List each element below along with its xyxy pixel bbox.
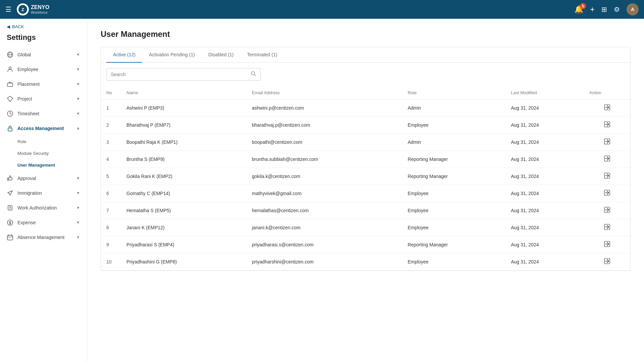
svg-rect-12 bbox=[7, 178, 9, 180]
user-avatar[interactable]: A bbox=[627, 3, 639, 15]
settings-icon[interactable]: ⚙ bbox=[614, 5, 620, 13]
thumbsup-icon bbox=[7, 175, 13, 182]
chevron-down-icon: ▼ bbox=[76, 191, 80, 195]
sidebar-item-label: Employee bbox=[17, 67, 38, 72]
cell-email: gokila.k@centizen.com bbox=[247, 168, 402, 185]
topnav-left: ☰ Z ZENYO Workforce bbox=[5, 3, 49, 15]
sidebar-item-approval[interactable]: Approval ▼ bbox=[0, 171, 87, 186]
cell-no: 5 bbox=[101, 168, 121, 185]
user-management-card: Active (12) Activation Pending (1) Disab… bbox=[101, 47, 631, 271]
action-icon[interactable] bbox=[604, 157, 610, 163]
sidebar-item-employee[interactable]: Employee ▼ bbox=[0, 62, 87, 77]
table-row: 3 Boopathi Raja K (EMP1) boopathi@centiz… bbox=[101, 134, 630, 151]
svg-line-23 bbox=[255, 75, 256, 76]
cell-role: Reporting Manager bbox=[402, 236, 505, 253]
sidebar-item-access-management[interactable]: Access Management ▼ bbox=[0, 121, 87, 136]
cell-no: 8 bbox=[101, 219, 121, 236]
action-icon[interactable] bbox=[604, 225, 610, 231]
sidebar-item-absence-management[interactable]: Absence Management ▼ bbox=[0, 230, 87, 245]
action-icon[interactable] bbox=[604, 174, 610, 180]
diamond-icon bbox=[7, 96, 13, 102]
sidebar-item-label: Placement bbox=[17, 81, 40, 87]
svg-point-14 bbox=[9, 206, 11, 208]
sidebar-title: Settings bbox=[0, 32, 87, 47]
sidebar-item-work-authorization[interactable]: Work Authorization ▼ bbox=[0, 200, 87, 215]
chevron-down-icon: ▼ bbox=[76, 205, 80, 210]
cell-action bbox=[584, 100, 630, 117]
svg-rect-11 bbox=[8, 128, 12, 131]
sidebar-item-label: Immigration bbox=[17, 190, 42, 196]
action-icon[interactable] bbox=[604, 106, 610, 111]
action-icon[interactable] bbox=[604, 242, 610, 248]
col-action: Action bbox=[584, 86, 630, 100]
search-input[interactable] bbox=[111, 72, 251, 77]
sidebar-item-project[interactable]: Project ▼ bbox=[0, 92, 87, 106]
table-row: 5 Gokila Rani K (EMP2) gokila.k@centizen… bbox=[101, 168, 630, 185]
cell-email: mathyvivek@gmail.com bbox=[247, 185, 402, 202]
topnav-right: 🔔 5 + ⊞ ⚙ A bbox=[574, 3, 639, 15]
sidebar-item-expense[interactable]: $ Expense ▼ bbox=[0, 215, 87, 230]
col-name: Name bbox=[121, 86, 247, 100]
sidebar-item-global[interactable]: Global ▼ bbox=[0, 47, 87, 62]
back-arrow: ◀ bbox=[7, 24, 10, 29]
cell-action bbox=[584, 219, 630, 236]
cell-email: hemalathas@centizen.com bbox=[247, 202, 402, 219]
sidebar-item-immigration[interactable]: Immigration ▼ bbox=[0, 186, 87, 200]
cell-action bbox=[584, 168, 630, 185]
sidebar-item-label: Global bbox=[17, 52, 31, 57]
cell-action bbox=[584, 236, 630, 253]
cell-role: Employee bbox=[402, 185, 505, 202]
sidebar-item-label: Work Authorization bbox=[17, 205, 57, 210]
table-row: 8 Janani K (EMP12) janani.k@centizen.com… bbox=[101, 219, 630, 236]
cell-role: Employee bbox=[402, 202, 505, 219]
tab-bar: Active (12) Activation Pending (1) Disab… bbox=[101, 47, 630, 63]
layout: ◀ BACK Settings Global ▼ Employee ▼ bbox=[0, 19, 644, 362]
chevron-down-icon: ▼ bbox=[76, 111, 80, 116]
cell-name: Bruntha S (EMP9) bbox=[121, 151, 247, 168]
action-icon[interactable] bbox=[604, 208, 610, 214]
hamburger-menu[interactable]: ☰ bbox=[5, 5, 11, 13]
action-icon[interactable] bbox=[604, 191, 610, 197]
cell-role: Employee bbox=[402, 253, 505, 270]
sidebar-item-placement[interactable]: Placement ▼ bbox=[0, 77, 87, 92]
cell-email: boopathi@centizen.com bbox=[247, 134, 402, 151]
back-label: BACK bbox=[12, 24, 24, 29]
sidebar-item-label: Approval bbox=[17, 176, 36, 181]
search-container bbox=[101, 63, 630, 86]
calendar-icon bbox=[7, 234, 13, 241]
cell-role: Employee bbox=[402, 117, 505, 134]
tab-active[interactable]: Active (12) bbox=[106, 47, 142, 63]
cell-name: Boopathi Raja K (EMP1) bbox=[121, 134, 247, 151]
action-icon[interactable] bbox=[604, 140, 610, 145]
logo: Z ZENYO Workforce bbox=[17, 3, 49, 15]
users-table: No Name Email Address Role Last Modified… bbox=[101, 86, 630, 270]
sidebar-back-button[interactable]: ◀ BACK bbox=[0, 19, 87, 32]
tab-disabled[interactable]: Disabled (1) bbox=[202, 47, 240, 63]
notification-badge: 5 bbox=[580, 3, 586, 9]
topnav: ☰ Z ZENYO Workforce 🔔 5 + ⊞ ⚙ A bbox=[0, 0, 644, 19]
cell-name: Ashwini P (EMP3) bbox=[121, 100, 247, 117]
table-row: 1 Ashwini P (EMP3) ashwini.p@centizen.co… bbox=[101, 100, 630, 117]
chevron-up-icon: ▼ bbox=[76, 126, 80, 131]
tab-activation-pending[interactable]: Activation Pending (1) bbox=[142, 47, 202, 63]
cell-role: Reporting Manager bbox=[402, 151, 505, 168]
sidebar-subitem-module-security[interactable]: Module Security bbox=[0, 147, 87, 159]
search-icon[interactable] bbox=[251, 71, 256, 78]
add-button[interactable]: + bbox=[590, 5, 595, 14]
action-icon[interactable] bbox=[604, 259, 610, 265]
cell-last-modified: Aug 31, 2024 bbox=[505, 236, 584, 253]
sidebar-item-timesheet[interactable]: Timesheet ▼ bbox=[0, 106, 87, 121]
chevron-down-icon: ▼ bbox=[76, 176, 80, 181]
cell-no: 7 bbox=[101, 202, 121, 219]
sidebar-item-label: Timesheet bbox=[17, 111, 39, 116]
sidebar: ◀ BACK Settings Global ▼ Employee ▼ bbox=[0, 19, 87, 362]
grid-icon[interactable]: ⊞ bbox=[601, 5, 607, 13]
action-icon[interactable] bbox=[604, 123, 610, 128]
sidebar-subitem-role[interactable]: Role bbox=[0, 136, 87, 147]
notification-bell[interactable]: 🔔 5 bbox=[574, 5, 583, 14]
cell-email: priyadharshini@centizen.com bbox=[247, 253, 402, 270]
sidebar-subitem-user-management[interactable]: User Management bbox=[0, 159, 87, 171]
chevron-down-icon: ▼ bbox=[76, 82, 80, 86]
tab-terminated[interactable]: Terminated (1) bbox=[240, 47, 284, 63]
cell-no: 1 bbox=[101, 100, 121, 117]
